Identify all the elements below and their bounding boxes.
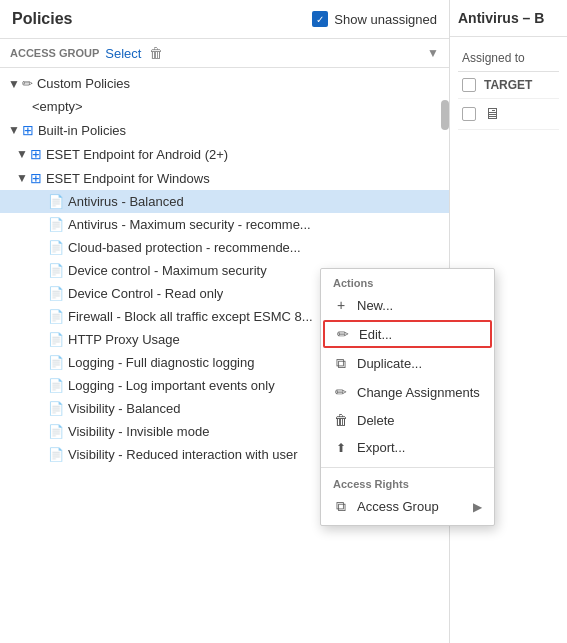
menu-item-edit-label: Edit... <box>359 327 392 342</box>
access-group-dropdown-icon[interactable]: ▼ <box>427 46 439 60</box>
tree-item-custom-policies[interactable]: ▼ ✏ Custom Policies <box>0 72 449 95</box>
target-row-computer: 🖥 <box>458 99 559 130</box>
doc-icon-device-max: 📄 <box>48 263 64 278</box>
doc-icon-firewall: 📄 <box>48 309 64 324</box>
menu-item-duplicate[interactable]: ⧉ Duplicate... <box>321 349 494 378</box>
access-group-label: ACCESS GROUP <box>10 47 99 59</box>
tree-item-eset-android[interactable]: ▼ ⊞ ESET Endpoint for Android (2+) <box>0 142 449 166</box>
access-group-delete-icon[interactable]: 🗑 <box>149 45 163 61</box>
item-label-proxy: HTTP Proxy Usage <box>68 332 180 347</box>
expand-icon-windows: ▼ <box>16 171 28 185</box>
folder-icon-builtin: ⊞ <box>22 122 34 138</box>
item-label-builtin: Built-in Policies <box>38 123 126 138</box>
doc-icon-cloud: 📄 <box>48 240 64 255</box>
item-label-logging-important: Logging - Log important events only <box>68 378 275 393</box>
tree-item-cloud-protection[interactable]: 📄 Cloud-based protection - recommende... <box>0 236 449 259</box>
new-icon: + <box>333 297 349 313</box>
item-label-vis-reduced: Visibility - Reduced interaction with us… <box>68 447 298 462</box>
tree-item-eset-windows[interactable]: ▼ ⊞ ESET Endpoint for Windows <box>0 166 449 190</box>
item-label-cloud: Cloud-based protection - recommende... <box>68 240 301 255</box>
edit-icon-custom: ✏ <box>22 76 33 91</box>
folder-icon-android: ⊞ <box>30 146 42 162</box>
submenu-arrow-icon: ▶ <box>473 500 482 514</box>
item-label-custom-policies: Custom Policies <box>37 76 130 91</box>
menu-item-duplicate-label: Duplicate... <box>357 356 422 371</box>
item-label-firewall: Firewall - Block all traffic except ESMC… <box>68 309 313 324</box>
item-label-vis-balanced: Visibility - Balanced <box>68 401 180 416</box>
doc-icon-vis-balanced: 📄 <box>48 401 64 416</box>
assigned-to-label: Assigned to <box>462 51 525 65</box>
menu-item-access-group[interactable]: ⧉ Access Group ▶ <box>321 492 494 521</box>
export-icon: ⬆ <box>333 441 349 455</box>
assigned-to-header: Assigned to <box>458 45 559 72</box>
menu-item-access-group-label: Access Group <box>357 499 439 514</box>
tree-item-empty[interactable]: <empty> <box>0 95 449 118</box>
panel-title: Policies <box>12 10 72 28</box>
context-menu-divider <box>321 467 494 468</box>
item-label-device-read: Device Control - Read only <box>68 286 223 301</box>
target-row: TARGET <box>458 72 559 99</box>
folder-icon-windows: ⊞ <box>30 170 42 186</box>
doc-icon-device-read: 📄 <box>48 286 64 301</box>
access-group-icon: ⧉ <box>333 498 349 515</box>
access-group-select[interactable]: Select <box>105 46 141 61</box>
tree-item-antivirus-max[interactable]: 📄 Antivirus - Maximum security - recomme… <box>0 213 449 236</box>
access-rights-section: Access Rights ⧉ Access Group ▶ <box>321 470 494 525</box>
doc-icon-vis-invisible: 📄 <box>48 424 64 439</box>
doc-icon-antivirus-balanced: 📄 <box>48 194 64 209</box>
doc-icon-proxy: 📄 <box>48 332 64 347</box>
doc-icon-logging-important: 📄 <box>48 378 64 393</box>
expand-icon-builtin: ▼ <box>8 123 20 137</box>
left-panel: Policies ✓ Show unassigned ACCESS GROUP … <box>0 0 450 643</box>
menu-item-delete-label: Delete <box>357 413 395 428</box>
tree-item-antivirus-balanced[interactable]: 📄 Antivirus - Balanced <box>0 190 449 213</box>
tree-item-builtin-policies[interactable]: ▼ ⊞ Built-in Policies <box>0 118 449 142</box>
duplicate-icon: ⧉ <box>333 355 349 372</box>
expand-icon-android: ▼ <box>16 147 28 161</box>
panel-header: Policies ✓ Show unassigned <box>0 0 449 39</box>
item-label-eset-android: ESET Endpoint for Android (2+) <box>46 147 228 162</box>
menu-item-change-assignments[interactable]: ✏ Change Assignments <box>321 378 494 406</box>
show-unassigned-label: Show unassigned <box>334 12 437 27</box>
item-label-vis-invisible: Visibility - Invisible mode <box>68 424 209 439</box>
show-unassigned-container: ✓ Show unassigned <box>312 11 437 27</box>
menu-item-export[interactable]: ⬆ Export... <box>321 434 494 461</box>
doc-icon-logging-full: 📄 <box>48 355 64 370</box>
target-checkbox[interactable] <box>462 78 476 92</box>
show-unassigned-checkbox[interactable]: ✓ <box>312 11 328 27</box>
menu-item-new[interactable]: + New... <box>321 291 494 319</box>
expand-icon: ▼ <box>8 77 20 91</box>
doc-icon-vis-reduced: 📄 <box>48 447 64 462</box>
item-label-antivirus-max: Antivirus - Maximum security - recomme..… <box>68 217 311 232</box>
doc-icon-antivirus-max: 📄 <box>48 217 64 232</box>
menu-item-delete[interactable]: 🗑 Delete <box>321 406 494 434</box>
access-rights-label: Access Rights <box>321 474 494 492</box>
menu-item-new-label: New... <box>357 298 393 313</box>
target-label: TARGET <box>484 78 532 92</box>
item-label-logging-full: Logging - Full diagnostic logging <box>68 355 254 370</box>
computer-icon: 🖥 <box>484 105 500 123</box>
item-label-eset-windows: ESET Endpoint for Windows <box>46 171 210 186</box>
menu-item-change-assignments-label: Change Assignments <box>357 385 480 400</box>
target-checkbox-2[interactable] <box>462 107 476 121</box>
right-panel-title: Antivirus – B <box>458 10 544 26</box>
item-label-empty: <empty> <box>32 99 83 114</box>
menu-item-export-label: Export... <box>357 440 405 455</box>
item-label-device-max: Device control - Maximum security <box>68 263 267 278</box>
context-menu: Actions + New... ✏ Edit... ⧉ Duplicate..… <box>320 268 495 526</box>
menu-item-edit[interactable]: ✏ Edit... <box>323 320 492 348</box>
right-panel-header: Antivirus – B <box>450 0 567 37</box>
item-label-antivirus-balanced: Antivirus - Balanced <box>68 194 184 209</box>
delete-icon: 🗑 <box>333 412 349 428</box>
change-assignments-icon: ✏ <box>333 384 349 400</box>
edit-icon: ✏ <box>335 326 351 342</box>
access-group-bar: ACCESS GROUP Select 🗑 ▼ <box>0 39 449 68</box>
actions-section: Actions + New... ✏ Edit... ⧉ Duplicate..… <box>321 269 494 465</box>
actions-label: Actions <box>321 273 494 291</box>
